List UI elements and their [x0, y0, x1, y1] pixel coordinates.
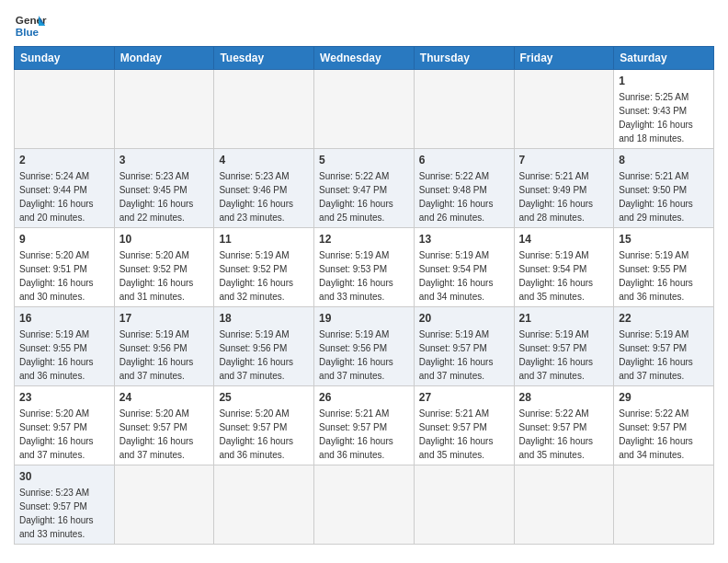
day-info: Sunrise: 5:19 AM Sunset: 9:56 PM Dayligh…: [319, 327, 409, 383]
day-number: 19: [319, 310, 409, 327]
calendar-week-row: 1Sunrise: 5:25 AM Sunset: 9:43 PM Daylig…: [15, 70, 714, 149]
day-number: 20: [419, 310, 509, 327]
day-info: Sunrise: 5:20 AM Sunset: 9:52 PM Dayligh…: [119, 248, 210, 304]
calendar-day-cell: [114, 70, 214, 149]
day-number: 26: [319, 389, 409, 406]
generalblue-icon: General Blue: [14, 9, 47, 42]
day-number: 28: [519, 389, 609, 406]
day-number: 10: [119, 231, 210, 247]
calendar-week-row: 16Sunrise: 5:19 AM Sunset: 9:55 PM Dayli…: [15, 307, 714, 386]
calendar-day-cell: 4Sunrise: 5:23 AM Sunset: 9:46 PM Daylig…: [214, 149, 314, 228]
day-info: Sunrise: 5:21 AM Sunset: 9:50 PM Dayligh…: [619, 169, 709, 224]
day-info: Sunrise: 5:19 AM Sunset: 9:57 PM Dayligh…: [419, 327, 509, 383]
day-info: Sunrise: 5:19 AM Sunset: 9:53 PM Dayligh…: [319, 248, 409, 304]
calendar-day-cell: [214, 70, 314, 149]
calendar-week-row: 23Sunrise: 5:20 AM Sunset: 9:57 PM Dayli…: [15, 386, 714, 465]
day-number: 30: [19, 468, 109, 485]
calendar-day-cell: 5Sunrise: 5:22 AM Sunset: 9:47 PM Daylig…: [314, 149, 415, 228]
calendar-day-cell: [15, 70, 115, 149]
day-number: 24: [119, 389, 210, 406]
day-number: 22: [619, 310, 709, 327]
day-info: Sunrise: 5:19 AM Sunset: 9:56 PM Dayligh…: [119, 327, 210, 383]
weekday-header: Wednesday: [314, 47, 415, 70]
calendar-day-cell: 7Sunrise: 5:21 AM Sunset: 9:49 PM Daylig…: [514, 149, 614, 228]
calendar-body: 1Sunrise: 5:25 AM Sunset: 9:43 PM Daylig…: [15, 70, 714, 545]
day-number: 2: [19, 152, 109, 168]
day-info: Sunrise: 5:19 AM Sunset: 9:57 PM Dayligh…: [519, 327, 609, 383]
calendar-day-cell: [514, 70, 614, 149]
weekday-header-row: SundayMondayTuesdayWednesdayThursdayFrid…: [15, 47, 714, 70]
day-number: 9: [19, 231, 109, 247]
day-number: 14: [519, 231, 609, 247]
day-number: 18: [219, 310, 309, 327]
calendar-day-cell: [314, 465, 415, 545]
calendar-day-cell: 24Sunrise: 5:20 AM Sunset: 9:57 PM Dayli…: [114, 386, 214, 465]
day-number: 23: [19, 389, 109, 406]
header: General Blue: [14, 9, 714, 42]
calendar-day-cell: [114, 465, 214, 545]
weekday-header: Friday: [514, 47, 614, 70]
calendar-header: SundayMondayTuesdayWednesdayThursdayFrid…: [15, 47, 714, 70]
weekday-header: Saturday: [614, 47, 714, 70]
calendar-day-cell: 18Sunrise: 5:19 AM Sunset: 9:56 PM Dayli…: [214, 307, 314, 386]
calendar-day-cell: 10Sunrise: 5:20 AM Sunset: 9:52 PM Dayli…: [114, 228, 214, 307]
day-number: 4: [219, 152, 309, 168]
day-info: Sunrise: 5:22 AM Sunset: 9:47 PM Dayligh…: [319, 169, 409, 224]
calendar-day-cell: 22Sunrise: 5:19 AM Sunset: 9:57 PM Dayli…: [614, 307, 714, 386]
calendar-week-row: 9Sunrise: 5:20 AM Sunset: 9:51 PM Daylig…: [15, 228, 714, 307]
calendar-day-cell: 25Sunrise: 5:20 AM Sunset: 9:57 PM Dayli…: [214, 386, 314, 465]
day-number: 12: [319, 231, 409, 247]
day-number: 6: [419, 152, 509, 168]
day-number: 16: [19, 310, 109, 327]
calendar-day-cell: 11Sunrise: 5:19 AM Sunset: 9:52 PM Dayli…: [214, 228, 314, 307]
day-info: Sunrise: 5:19 AM Sunset: 9:55 PM Dayligh…: [19, 327, 109, 383]
calendar-day-cell: [314, 70, 415, 149]
weekday-header: Sunday: [15, 47, 115, 70]
day-info: Sunrise: 5:22 AM Sunset: 9:48 PM Dayligh…: [419, 169, 509, 224]
day-info: Sunrise: 5:20 AM Sunset: 9:57 PM Dayligh…: [19, 407, 109, 462]
day-info: Sunrise: 5:19 AM Sunset: 9:54 PM Dayligh…: [419, 248, 509, 304]
day-info: Sunrise: 5:19 AM Sunset: 9:54 PM Dayligh…: [519, 248, 609, 304]
day-info: Sunrise: 5:20 AM Sunset: 9:57 PM Dayligh…: [219, 407, 309, 462]
day-number: 5: [319, 152, 409, 168]
calendar-week-row: 30Sunrise: 5:23 AM Sunset: 9:57 PM Dayli…: [15, 465, 714, 545]
day-number: 29: [619, 389, 709, 406]
calendar-day-cell: 2Sunrise: 5:24 AM Sunset: 9:44 PM Daylig…: [15, 149, 115, 228]
day-number: 3: [119, 152, 210, 168]
weekday-header: Monday: [114, 47, 214, 70]
calendar-day-cell: [214, 465, 314, 545]
calendar-day-cell: 17Sunrise: 5:19 AM Sunset: 9:56 PM Dayli…: [114, 307, 214, 386]
calendar-day-cell: 23Sunrise: 5:20 AM Sunset: 9:57 PM Dayli…: [15, 386, 115, 465]
day-info: Sunrise: 5:21 AM Sunset: 9:49 PM Dayligh…: [519, 169, 609, 224]
calendar-day-cell: 13Sunrise: 5:19 AM Sunset: 9:54 PM Dayli…: [414, 228, 514, 307]
calendar-week-row: 2Sunrise: 5:24 AM Sunset: 9:44 PM Daylig…: [15, 149, 714, 228]
weekday-header: Tuesday: [214, 47, 314, 70]
day-info: Sunrise: 5:22 AM Sunset: 9:57 PM Dayligh…: [519, 407, 609, 462]
calendar-day-cell: 14Sunrise: 5:19 AM Sunset: 9:54 PM Dayli…: [514, 228, 614, 307]
calendar-day-cell: 20Sunrise: 5:19 AM Sunset: 9:57 PM Dayli…: [414, 307, 514, 386]
day-info: Sunrise: 5:21 AM Sunset: 9:57 PM Dayligh…: [319, 407, 409, 462]
calendar-table: SundayMondayTuesdayWednesdayThursdayFrid…: [14, 46, 714, 545]
day-info: Sunrise: 5:19 AM Sunset: 9:57 PM Dayligh…: [619, 327, 709, 383]
calendar-day-cell: 27Sunrise: 5:21 AM Sunset: 9:57 PM Dayli…: [414, 386, 514, 465]
calendar-day-cell: 6Sunrise: 5:22 AM Sunset: 9:48 PM Daylig…: [414, 149, 514, 228]
day-info: Sunrise: 5:23 AM Sunset: 9:57 PM Dayligh…: [19, 486, 109, 541]
calendar-day-cell: 28Sunrise: 5:22 AM Sunset: 9:57 PM Dayli…: [514, 386, 614, 465]
calendar-day-cell: 8Sunrise: 5:21 AM Sunset: 9:50 PM Daylig…: [614, 149, 714, 228]
calendar-day-cell: [414, 465, 514, 545]
day-number: 17: [119, 310, 210, 327]
day-info: Sunrise: 5:22 AM Sunset: 9:57 PM Dayligh…: [619, 407, 709, 462]
calendar-day-cell: 9Sunrise: 5:20 AM Sunset: 9:51 PM Daylig…: [15, 228, 115, 307]
calendar-day-cell: 16Sunrise: 5:19 AM Sunset: 9:55 PM Dayli…: [15, 307, 115, 386]
day-number: 7: [519, 152, 609, 168]
day-info: Sunrise: 5:23 AM Sunset: 9:45 PM Dayligh…: [119, 169, 210, 224]
day-info: Sunrise: 5:20 AM Sunset: 9:57 PM Dayligh…: [119, 407, 210, 462]
calendar-day-cell: 29Sunrise: 5:22 AM Sunset: 9:57 PM Dayli…: [614, 386, 714, 465]
calendar-day-cell: 19Sunrise: 5:19 AM Sunset: 9:56 PM Dayli…: [314, 307, 415, 386]
day-info: Sunrise: 5:23 AM Sunset: 9:46 PM Dayligh…: [219, 169, 309, 224]
day-info: Sunrise: 5:19 AM Sunset: 9:55 PM Dayligh…: [619, 248, 709, 304]
day-info: Sunrise: 5:25 AM Sunset: 9:43 PM Dayligh…: [619, 90, 709, 145]
calendar-day-cell: 12Sunrise: 5:19 AM Sunset: 9:53 PM Dayli…: [314, 228, 415, 307]
calendar-day-cell: 26Sunrise: 5:21 AM Sunset: 9:57 PM Dayli…: [314, 386, 415, 465]
logo: General Blue: [14, 9, 47, 42]
